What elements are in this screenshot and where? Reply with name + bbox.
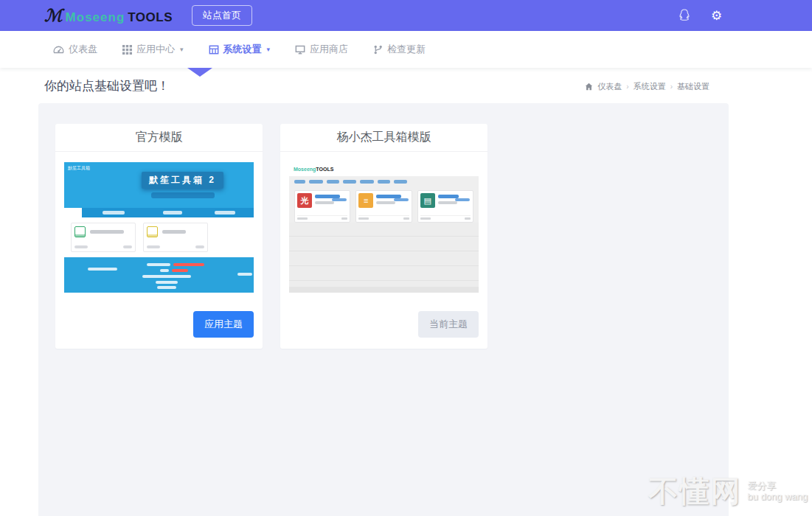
nav-link-bar [360, 180, 374, 184]
nav-label: 系统设置 [223, 43, 262, 56]
preview-logo-suffix: TOOLS [316, 167, 333, 172]
footer-text-bar [157, 286, 176, 289]
nav-link-bar [343, 180, 356, 184]
breadcrumb-item-system-settings[interactable]: 系统设置 [634, 81, 666, 92]
preview-header-blue: 默笙工具箱 默笙工具箱 2 [64, 162, 254, 208]
logo-name-colored: Moseeng [66, 10, 125, 25]
nav-label: 仪表盘 [69, 43, 97, 56]
tool-sub-bar [438, 201, 457, 204]
watermark-secondary: 爱分享 [747, 481, 808, 492]
footer-text-bar [160, 269, 169, 272]
preview-tab-label [215, 211, 235, 215]
content-panel: 官方模版 默笙工具箱 默笙工具箱 2 [38, 103, 729, 516]
card-title: 杨小杰工具箱模版 [280, 124, 487, 152]
preview-tool-cards: 光 ≡ [289, 187, 479, 223]
footer-text-bar [88, 268, 117, 271]
nav-link-bar [309, 180, 323, 184]
breadcrumb-separator: › [626, 83, 628, 91]
nav-item-check-update[interactable]: 检查更新 [373, 43, 426, 56]
footer-text-bar [237, 273, 252, 276]
tool-meta-bar [403, 217, 409, 220]
tool-meta-bar [341, 217, 347, 220]
grid-icon [122, 45, 132, 55]
tool-icon-red: 光 [297, 193, 312, 208]
footer-text-bar [142, 275, 191, 278]
home-icon [585, 83, 593, 91]
page-header-row: 你的站点基础设置吧！ 仪表盘 › 系统设置 › 基础设置 [0, 68, 812, 103]
tool-sub-bar [315, 201, 334, 204]
store-icon [295, 45, 305, 55]
tool-text-bar [162, 230, 186, 234]
breadcrumb: 仪表盘 › 系统设置 › 基础设置 [585, 81, 709, 92]
nav-link-bar [294, 180, 305, 184]
faint-line [289, 251, 479, 251]
preview-tool-card [71, 223, 136, 252]
caret-down-icon: ▾ [267, 46, 271, 53]
branch-icon [373, 45, 383, 55]
app-viewport: ℳ Moseeng TOOLS 站点首页 ⚙ 仪表盘 [0, 0, 812, 516]
apply-theme-button[interactable]: 应用主题 [193, 311, 254, 338]
tool-icon [147, 226, 158, 237]
faint-line [289, 280, 479, 281]
table-icon [209, 45, 219, 55]
logo-monogram-icon: ℳ [44, 7, 63, 24]
preview-subtitle-bar [151, 192, 215, 198]
tool-meta-bar [297, 217, 308, 220]
preview-tool-row [64, 217, 254, 257]
footer-red-text-bar [173, 263, 204, 266]
preview-footer-blue [64, 257, 254, 293]
nav-item-system-settings[interactable]: 系统设置 ▾ [209, 43, 271, 56]
preview-tool-card [143, 223, 208, 252]
tool-text-bar [90, 230, 124, 234]
tool-meta-bar [420, 217, 431, 220]
tool-meta-bar [123, 245, 132, 248]
current-theme-button[interactable]: 当前主题 [418, 311, 479, 338]
qq-icon[interactable] [677, 8, 692, 23]
nav-label: 应用商店 [310, 43, 348, 56]
gauge-icon [53, 45, 64, 54]
theme-preview-toolbox[interactable]: Moseeng TOOLS 光 [289, 162, 479, 293]
nav-label: 检查更新 [387, 43, 426, 56]
footer-text-bar [156, 281, 178, 284]
gear-icon[interactable]: ⚙ [711, 10, 722, 22]
preview-bottom-strip [289, 287, 479, 293]
logo-name-suffix: TOOLS [128, 10, 173, 25]
tool-meta-bar [195, 245, 204, 248]
nav-link-bar [327, 180, 339, 184]
nav-item-app-center[interactable]: 应用中心 ▾ [122, 43, 184, 56]
preview-logo-colored: Moseeng [294, 167, 316, 172]
preview-nav-links [289, 176, 479, 187]
breadcrumb-separator: › [670, 83, 673, 91]
theme-card-official: 官方模版 默笙工具箱 默笙工具箱 2 [55, 124, 263, 349]
theme-card-toolbox: 杨小杰工具箱模版 Moseeng TOOLS 光 [280, 124, 487, 349]
tool-icon-teal: ▤ [420, 193, 435, 208]
site-home-button[interactable]: 站点首页 [192, 5, 252, 26]
card-title: 官方模版 [55, 124, 263, 152]
tool-meta-bar [358, 217, 369, 220]
tool-link-bar [394, 198, 409, 201]
preview-tab-label [163, 211, 182, 215]
faint-line [289, 236, 479, 237]
tool-link-bar [332, 198, 347, 201]
active-tab-pointer-icon [187, 68, 212, 77]
preview-site-name: 默笙工具箱 [68, 165, 90, 172]
app-logo[interactable]: ℳ Moseeng TOOLS [44, 7, 173, 25]
preview-tab-label [103, 211, 125, 215]
preview-logo-bar: Moseeng TOOLS [289, 162, 479, 176]
theme-preview-official[interactable]: 默笙工具箱 默笙工具箱 2 [64, 162, 254, 293]
tool-link-bar [455, 198, 470, 201]
preview-tool-card: ≡ [355, 190, 412, 223]
preview-active-tab [64, 208, 82, 217]
faint-line [289, 265, 479, 266]
nav-item-dashboard[interactable]: 仪表盘 [53, 43, 97, 56]
nav-link-bar [378, 180, 390, 184]
breadcrumb-item-dashboard[interactable]: 仪表盘 [597, 81, 622, 92]
preview-headline: 默笙工具箱 2 [142, 172, 223, 189]
header-icon-group: ⚙ [677, 0, 722, 31]
page-title: 你的站点基础设置吧！ [44, 77, 170, 94]
nav-link-bar [394, 180, 407, 184]
preview-tool-card: 光 [294, 190, 350, 223]
nav-item-app-store[interactable]: 应用商店 [295, 43, 348, 56]
footer-red-text-bar [172, 269, 188, 272]
preview-body-area [289, 223, 479, 287]
